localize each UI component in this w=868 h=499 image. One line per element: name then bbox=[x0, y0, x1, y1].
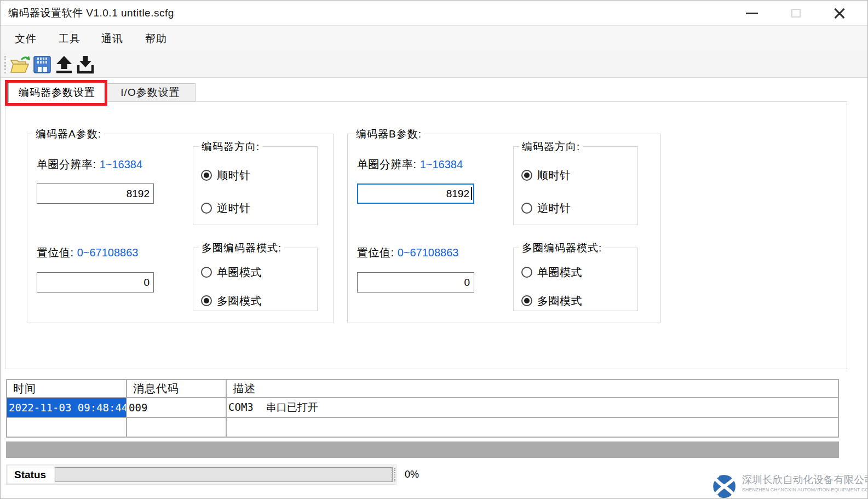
mode-a-group: 多圈编码器模式: 单圈模式 多圈模式 bbox=[193, 248, 318, 311]
setvalue-b-input[interactable] bbox=[357, 272, 474, 292]
resolution-a-input[interactable] bbox=[37, 183, 154, 204]
minimize-icon bbox=[746, 13, 758, 14]
resolution-range: 1~16384 bbox=[100, 158, 142, 170]
download-button[interactable] bbox=[75, 54, 96, 75]
menu-bar: 文件 工具 通讯 帮助 bbox=[1, 26, 868, 51]
radio-icon bbox=[201, 295, 212, 306]
radio-label: 顺时针 bbox=[217, 168, 251, 183]
text-caret bbox=[471, 187, 472, 200]
radio-icon bbox=[521, 170, 532, 181]
tab-label: I/O参数设置 bbox=[120, 85, 180, 100]
toolbar bbox=[1, 51, 868, 78]
direction-a-group: 编码器方向: 顺时针 逆时针 bbox=[193, 146, 318, 225]
close-button[interactable] bbox=[826, 2, 853, 24]
radio-icon bbox=[201, 203, 212, 214]
log-cell-code[interactable] bbox=[127, 417, 226, 437]
setvalue-a-input[interactable] bbox=[37, 272, 154, 292]
toolbar-grip bbox=[4, 56, 7, 73]
radio-icon bbox=[521, 203, 532, 214]
save-floppy-icon bbox=[33, 55, 51, 74]
upload-arrow-icon bbox=[55, 55, 73, 74]
radio-label: 顺时针 bbox=[537, 168, 571, 183]
download-arrow-icon bbox=[76, 55, 95, 74]
folder-open-icon bbox=[10, 55, 31, 74]
radio-label: 单圈模式 bbox=[537, 265, 582, 280]
radio-icon bbox=[201, 267, 212, 278]
window-title: 编码器设置软件 V1.0.1 untitle.scfg bbox=[8, 1, 174, 26]
group-label: 编码器方向: bbox=[519, 140, 583, 154]
radio-label: 逆时针 bbox=[217, 201, 251, 216]
tab-label: 编码器参数设置 bbox=[19, 85, 95, 100]
menu-communication[interactable]: 通讯 bbox=[99, 26, 125, 51]
col-header-time[interactable]: 时间 bbox=[7, 380, 127, 398]
group-label: 编码器方向: bbox=[199, 140, 262, 154]
resolution-range: 1~16384 bbox=[420, 158, 463, 170]
encoder-b-group: 编码器B参数: 单圈分辨率: 1~16384 编码器方向: 顺时针 逆时针 置位… bbox=[347, 134, 661, 323]
menu-tools[interactable]: 工具 bbox=[56, 26, 83, 51]
progress-percent: 0% bbox=[405, 464, 419, 485]
upload-button[interactable] bbox=[54, 54, 74, 75]
radio-label: 单圈模式 bbox=[217, 265, 262, 280]
radio-clockwise[interactable]: 顺时针 bbox=[521, 169, 571, 182]
log-header-row: 时间 消息代码 描述 bbox=[7, 380, 838, 398]
setvalue-label: 置位值: 0~67108863 bbox=[357, 245, 458, 260]
statusbar-grip[interactable] bbox=[392, 468, 395, 481]
radio-multi-turn[interactable]: 多圈模式 bbox=[521, 294, 582, 307]
progress-bar bbox=[55, 467, 393, 482]
radio-counterclockwise[interactable]: 逆时针 bbox=[521, 202, 571, 215]
company-name-cn: 深圳长欣自动化设备有限公司 bbox=[742, 473, 868, 486]
resolution-label: 单圈分辨率: 1~16384 bbox=[37, 157, 142, 172]
col-header-code[interactable]: 消息代码 bbox=[127, 380, 226, 398]
mode-b-group: 多圈编码器模式: 单圈模式 多圈模式 bbox=[513, 248, 638, 311]
title-bar: 编码器设置软件 V1.0.1 untitle.scfg bbox=[1, 1, 867, 26]
radio-single-turn[interactable]: 单圈模式 bbox=[201, 266, 262, 279]
table-horizontal-scrollbar[interactable] bbox=[6, 441, 839, 458]
company-name-en: SHENZHEN CHANGXIN AUTOMATION EQUIPMENT C… bbox=[742, 487, 868, 492]
radio-icon bbox=[521, 267, 532, 278]
maximize-icon bbox=[791, 9, 801, 18]
setvalue-label: 置位值: 0~67108863 bbox=[37, 245, 138, 260]
tab-encoder-settings[interactable]: 编码器参数设置 bbox=[8, 82, 106, 102]
radio-label: 多圈模式 bbox=[217, 294, 262, 308]
log-cell-desc[interactable] bbox=[226, 417, 838, 437]
group-label: 编码器B参数: bbox=[353, 127, 424, 141]
radio-counterclockwise[interactable]: 逆时针 bbox=[201, 202, 251, 215]
logo-icon bbox=[711, 474, 737, 499]
log-cell-desc[interactable]: COM3 串口已打开 bbox=[226, 398, 838, 417]
group-label: 多圈编码器模式: bbox=[199, 241, 284, 255]
radio-multi-turn[interactable]: 多圈模式 bbox=[201, 294, 262, 307]
setvalue-range: 0~67108863 bbox=[77, 246, 139, 259]
radio-label: 多圈模式 bbox=[537, 294, 582, 308]
menu-file[interactable]: 文件 bbox=[13, 26, 39, 51]
group-label: 编码器A参数: bbox=[33, 127, 104, 141]
radio-label: 逆时针 bbox=[537, 201, 571, 216]
close-icon bbox=[833, 7, 846, 20]
resolution-b-input[interactable] bbox=[357, 183, 474, 204]
tab-io-settings[interactable]: I/O参数设置 bbox=[106, 83, 196, 101]
status-bar: Status bbox=[6, 464, 396, 485]
encoder-a-group: 编码器A参数: 单圈分辨率: 1~16384 编码器方向: 顺时针 逆时针 置位… bbox=[27, 134, 334, 323]
log-row[interactable] bbox=[7, 417, 838, 437]
log-cell-time[interactable]: 2022-11-03 09:48:44 bbox=[7, 398, 127, 417]
log-cell-time[interactable] bbox=[7, 417, 127, 437]
radio-icon bbox=[521, 295, 532, 306]
radio-single-turn[interactable]: 单圈模式 bbox=[521, 266, 582, 279]
group-label: 多圈编码器模式: bbox=[519, 241, 605, 255]
setvalue-range: 0~67108863 bbox=[398, 246, 459, 259]
maximize-button[interactable] bbox=[783, 2, 809, 24]
menu-help[interactable]: 帮助 bbox=[143, 26, 169, 51]
message-log-table: 时间 消息代码 描述 2022-11-03 09:48:44 009 COM3 … bbox=[6, 379, 839, 438]
save-file-button[interactable] bbox=[32, 54, 53, 75]
open-file-button[interactable] bbox=[10, 54, 31, 75]
status-label: Status bbox=[8, 466, 54, 483]
minimize-button[interactable] bbox=[739, 2, 765, 24]
radio-clockwise[interactable]: 顺时针 bbox=[201, 169, 251, 182]
direction-b-group: 编码器方向: 顺时针 逆时针 bbox=[513, 146, 638, 225]
resolution-label: 单圈分辨率: 1~16384 bbox=[357, 157, 463, 172]
radio-icon bbox=[201, 170, 212, 181]
log-cell-code[interactable]: 009 bbox=[127, 398, 226, 417]
company-logo: 深圳长欣自动化设备有限公司 SHENZHEN CHANGXIN AUTOMATI… bbox=[710, 473, 866, 499]
log-row[interactable]: 2022-11-03 09:48:44 009 COM3 串口已打开 bbox=[7, 398, 838, 417]
col-header-desc[interactable]: 描述 bbox=[226, 380, 838, 398]
app-window: 编码器设置软件 V1.0.1 untitle.scfg 文件 工具 通讯 帮助 bbox=[0, 0, 868, 499]
